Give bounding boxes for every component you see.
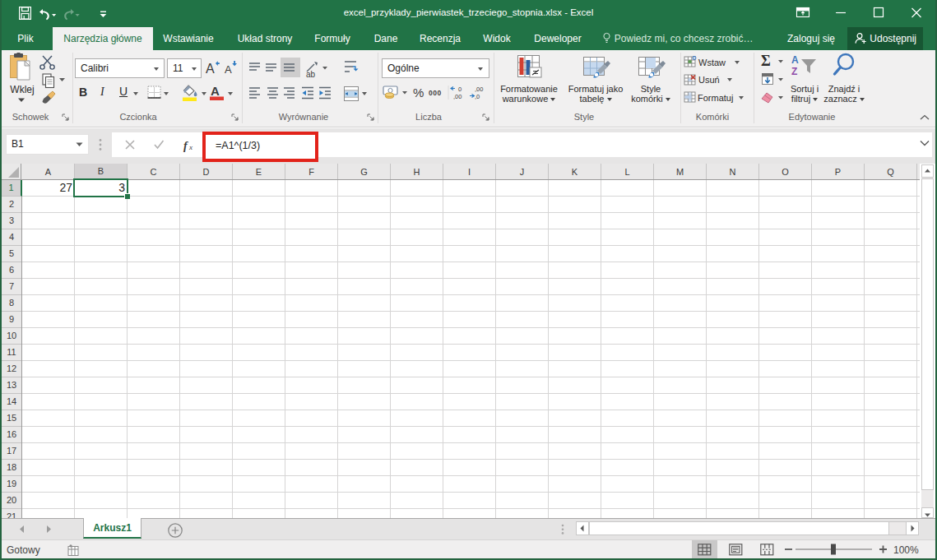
svg-text:%: % [413, 86, 424, 100]
svg-text:,00: ,00 [475, 86, 483, 93]
svg-text:Z: Z [791, 66, 797, 77]
svg-text:x: x [188, 143, 193, 151]
svg-text:A: A [211, 84, 220, 98]
svg-text:ab: ab [306, 70, 316, 77]
svg-text:,00: ,00 [453, 93, 462, 100]
svg-text:A: A [225, 63, 232, 76]
svg-text:000: 000 [429, 89, 442, 97]
svg-text:A: A [791, 54, 799, 66]
svg-text:,0: ,0 [475, 93, 480, 100]
svg-text:0: 0 [458, 86, 462, 93]
svg-text:A: A [206, 62, 215, 76]
svg-text:f: f [183, 140, 188, 152]
svg-text:Σ: Σ [761, 53, 771, 69]
